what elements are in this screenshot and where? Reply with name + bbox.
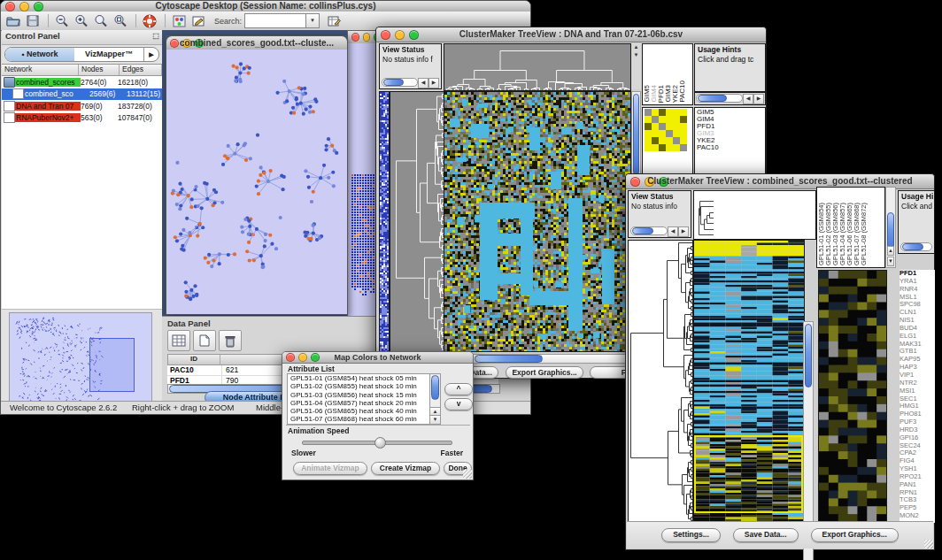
scrollbar-thumb[interactable] (633, 94, 639, 175)
heatmap-canvas[interactable] (693, 240, 805, 523)
zoom-in-button[interactable] (73, 13, 90, 28)
network-edges-count: 13112(15) (127, 89, 162, 98)
column-labels[interactable]: GIM5GIM4PFD1GIM3YKE2PAC10 (642, 43, 693, 105)
animate-vizmap-button[interactable]: Animate Vizmap (293, 462, 367, 475)
open-file-button[interactable] (4, 13, 22, 28)
attribute-list-item[interactable]: GPL51-01 (GSM854) heat shock 05 min (288, 374, 440, 382)
tab-network[interactable]: 🞄 Network (5, 48, 74, 61)
usage-hints-title: Usage Hi (899, 191, 934, 201)
toolbar-separator (135, 14, 136, 27)
similarity-matrix-canvas[interactable] (645, 109, 687, 151)
status-welcome: Welcome to Cytoscape 2.6.2 (10, 403, 117, 412)
settings-button[interactable]: Settings... (661, 528, 721, 542)
export-graphics-button[interactable]: Export Graphics... (811, 528, 899, 542)
view-status-scrollbar[interactable]: ◀▶ (382, 78, 439, 87)
animation-speed-slider[interactable] (302, 441, 452, 445)
column-labels[interactable]: GPL51-01 (GSM854)GPL51-02 (GSM855)GPL51-… (816, 187, 885, 268)
network-view-window[interactable]: combined_scores_good.txt--cluste... (166, 35, 348, 315)
network-overview-canvas[interactable] (9, 312, 152, 408)
network-nodes-count: 2764(0) (81, 78, 118, 87)
attribute-list-item[interactable]: GPL51-04 (GSM857) heat shock 20 min (288, 399, 440, 407)
treeview1-titlebar[interactable]: ClusterMaker TreeView : DNA and Tran 07-… (376, 27, 766, 42)
create-vizmap-button[interactable]: Create Vizmap (371, 462, 440, 475)
usage-hints-text: Click and (899, 201, 934, 211)
control-panel-header: Control Panel ⬚ (2, 30, 162, 45)
vizmapper-icon[interactable] (170, 13, 188, 28)
search-input[interactable] (244, 13, 306, 28)
network-icon (4, 101, 15, 111)
global-overview-strip[interactable] (379, 91, 390, 352)
column-dendrogram[interactable] (693, 190, 816, 240)
grid-network-canvas[interactable] (351, 174, 378, 298)
save-data-button[interactable]: Save Data... (733, 528, 799, 542)
help-icon[interactable] (141, 13, 158, 28)
delete-attribute-button[interactable] (219, 330, 242, 351)
table-edit-icon[interactable] (325, 13, 343, 28)
network-icon (4, 112, 15, 123)
treeview1-title: ClusterMaker TreeView : DNA and Tran 07-… (376, 27, 766, 42)
network-row[interactable]: DNA and Tran 07 769(0) 183728(0) (2, 100, 162, 112)
move-up-button[interactable]: ^ (444, 383, 473, 395)
map-colors-dialog: Map Colors to Network Attribute List GPL… (282, 351, 474, 480)
attribute-list-vscrollbar[interactable]: ▲▼ (429, 374, 440, 424)
zoom-heatmap-canvas[interactable] (818, 270, 887, 523)
dialog-title: Map Colors to Network (282, 352, 473, 363)
new-attribute-button[interactable] (193, 330, 216, 351)
dendrogram-scroll-gap: ▲▼ (631, 43, 641, 89)
search-dropdown-button[interactable]: ▼ (306, 13, 320, 28)
network-row[interactable]: RNAPuberNov2+ 563(0) 107847(0) (2, 112, 162, 125)
network-table-header[interactable]: NetworkNodesEdges (2, 64, 162, 76)
slower-label: Slower (291, 449, 316, 457)
attribute-list[interactable]: GPL51-01 (GSM854) heat shock 05 minGPL51… (287, 373, 441, 425)
toolbar-separator (48, 14, 49, 27)
network-overview-panel[interactable] (9, 312, 151, 406)
row-dendrogram[interactable] (390, 91, 444, 352)
main-window-title: Cytoscape Desktop (Session Name: collins… (1, 1, 530, 12)
usage-hints-scrollbar[interactable]: ◀▶ (696, 94, 764, 103)
tab-vizmapper[interactable]: VizMapper™ (74, 48, 143, 61)
scrollbar-thumb[interactable] (431, 375, 439, 400)
resize-grip[interactable] (924, 540, 933, 548)
network-row[interactable]: combined_sco 2569(6) 13112(15) (2, 88, 162, 101)
tabs-more-button[interactable]: ▶ (143, 48, 158, 61)
column-labels-vscrollbar[interactable]: ▲▼ (885, 187, 896, 268)
faster-label: Faster (440, 449, 463, 457)
zoom-selected-button[interactable] (92, 13, 110, 28)
zoom-out-button[interactable] (53, 13, 71, 28)
network-icon (4, 77, 15, 88)
column-dendrogram[interactable] (444, 43, 631, 91)
view-status-panel: View Status No status info f ◀▶ (379, 43, 442, 89)
view-status-title: View Status (380, 44, 441, 54)
view-status-panel: View Status No status info ◀▶ (628, 190, 691, 238)
animation-speed-group: Animation Speed Slower Faster (286, 425, 470, 461)
network-view-titlebar[interactable]: combined_scores_good.txt--cluste... (166, 36, 347, 50)
export-graphics-button[interactable]: Export Graphics... (506, 366, 583, 379)
usage-hints-panel: Usage Hi Click and (898, 190, 935, 254)
resize-grip[interactable] (463, 470, 472, 479)
select-attributes-button[interactable] (167, 330, 190, 351)
annotation-icon[interactable] (189, 13, 207, 28)
network-row[interactable]: combined_scores 2764(0) 16218(0) (2, 76, 162, 88)
scrollbar-thumb[interactable] (887, 212, 894, 249)
usage-hints-scrollbar[interactable] (900, 242, 932, 251)
slider-thumb[interactable] (374, 437, 386, 449)
move-down-button[interactable]: v (444, 398, 473, 410)
network-view-canvas[interactable] (166, 50, 347, 314)
attribute-list-item[interactable]: GPL51-03 (GSM856) heat shock 15 min (288, 391, 440, 399)
attribute-list-item[interactable]: GPL51-02 (GSM855) heat shock 10 min (288, 382, 440, 390)
heatmap-canvas[interactable] (444, 91, 631, 352)
view-status-scrollbar[interactable]: ◀▶ (630, 226, 689, 235)
attribute-list-item[interactable]: GPL51-06 (GSM865) heat shock 40 min (288, 407, 440, 415)
attribute-list-item[interactable]: GPL51-07 (GSM868) heat shock 60 min (288, 415, 440, 423)
save-button[interactable] (24, 13, 42, 28)
dialog-titlebar[interactable]: Map Colors to Network (282, 352, 473, 364)
row-dendrogram[interactable] (628, 240, 693, 523)
scrollbar-thumb[interactable] (475, 355, 543, 363)
zoom-fit-button[interactable] (112, 13, 129, 28)
gene-labels-list[interactable]: PFD1YRA1RNR4MSL1SPC98CLN1NIS1BUD4ELG1MAK… (900, 270, 935, 523)
network-nodes-count: 769(0) (81, 102, 118, 111)
scrollbar-thumb[interactable] (805, 324, 812, 387)
network-table: NetworkNodesEdges combined_scores 2764(0… (2, 64, 162, 124)
control-panel-tabs: 🞄 Network VizMapper™ ▶ (4, 47, 159, 62)
float-panel-icon[interactable]: ⬚ (152, 32, 159, 40)
